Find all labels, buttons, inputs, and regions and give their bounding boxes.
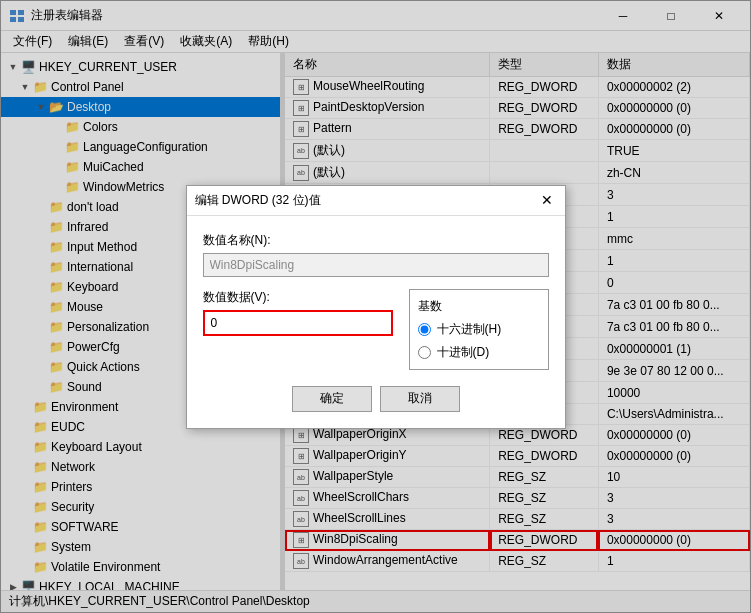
radio-hex[interactable]: 十六进制(H) xyxy=(418,321,540,338)
radio-dec-input[interactable] xyxy=(418,346,431,359)
dialog-row: 数值数据(V): 基数 十六进制(H) 十进制( xyxy=(203,289,549,370)
base-section: 基数 十六进制(H) 十进制(D) xyxy=(409,289,549,370)
ok-button[interactable]: 确定 xyxy=(292,386,372,412)
value-section: 数值数据(V): xyxy=(203,289,393,336)
dialog-close-button[interactable]: ✕ xyxy=(537,190,557,210)
radio-hex-input[interactable] xyxy=(418,323,431,336)
dialog-title-bar: 编辑 DWORD (32 位)值 ✕ xyxy=(187,186,565,216)
radio-group: 十六进制(H) 十进制(D) xyxy=(418,321,540,361)
radio-dec[interactable]: 十进制(D) xyxy=(418,344,540,361)
edit-dword-dialog: 编辑 DWORD (32 位)值 ✕ 数值名称(N): 数值数据(V): 基数 xyxy=(186,185,566,429)
dialog-buttons: 确定 取消 xyxy=(203,386,549,412)
cancel-button[interactable]: 取消 xyxy=(380,386,460,412)
radio-dec-label: 十进制(D) xyxy=(437,344,490,361)
dialog-overlay: 编辑 DWORD (32 位)值 ✕ 数值名称(N): 数值数据(V): 基数 xyxy=(0,0,751,613)
value-label: 数值数据(V): xyxy=(203,289,393,306)
name-label: 数值名称(N): xyxy=(203,232,549,249)
radio-hex-label: 十六进制(H) xyxy=(437,321,502,338)
base-title: 基数 xyxy=(418,298,540,315)
name-input[interactable] xyxy=(203,253,549,277)
value-input[interactable] xyxy=(203,310,393,336)
dialog-title: 编辑 DWORD (32 位)值 xyxy=(195,192,321,209)
dialog-body: 数值名称(N): 数值数据(V): 基数 十六进制(H) xyxy=(187,216,565,428)
